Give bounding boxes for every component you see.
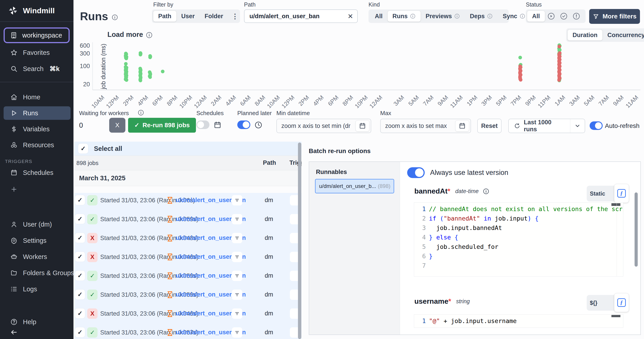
filter-by-path-button[interactable] [232,195,242,205]
kind-option-previews[interactable]: Previews [421,11,465,22]
row-checkbox[interactable]: ✓ [75,308,85,318]
more-filters-button[interactable]: More filters [589,9,640,24]
max-datetime-input[interactable]: zoom x axis to set max [380,119,471,133]
sidebar-item-settings[interactable]: Settings [4,234,70,247]
filter-by-path-button[interactable] [232,308,242,319]
success-run-dot[interactable] [139,53,142,57]
select-all-checkbox[interactable]: ✓ [78,144,88,154]
success-run-dot[interactable] [124,57,128,60]
sidebar-item-workers[interactable]: Workers [4,250,70,263]
failure-run-dot[interactable] [557,78,561,82]
row-checkbox[interactable]: ✓ [75,271,85,280]
static-mode-button[interactable]: Static [590,186,605,201]
run-row[interactable]: ✓✓Started 31/03, 23:06 (Ran in 0.057s)u/… [74,323,302,339]
auto-refresh-toggle[interactable] [590,121,603,130]
success-run-dot[interactable] [518,56,522,59]
success-run-dot[interactable] [148,75,152,79]
row-checkbox[interactable]: ✓ [75,233,85,243]
kind-option-sync[interactable]: Sync [498,11,530,22]
success-status-icon[interactable] [560,12,568,20]
planned-later-toggle[interactable] [237,121,250,129]
filter-by-option-folder[interactable]: Folder [200,11,228,22]
kind-option-runs[interactable]: Runs [388,11,421,22]
runs-count-dropdown-button[interactable] [570,119,585,133]
filter-by-path-button[interactable] [232,327,242,338]
run-row[interactable]: ✓✓Started 31/03, 23:06 (Ran in 0.059s)u/… [74,285,302,304]
info-icon[interactable] [112,14,118,21]
row-checkbox[interactable]: ✓ [75,289,85,299]
username-code-editor[interactable]: 1"@" + job.input.username [414,314,623,328]
sidebar-item-home[interactable]: Home [4,90,70,104]
clear-path-icon[interactable]: ✕ [348,12,353,20]
workspace-selector[interactable]: workingspace [4,28,70,43]
success-run-dot[interactable] [148,56,152,59]
bannedat-code-editor[interactable]: 1// bannedAt does not exist on all versi… [414,202,623,276]
success-run-dot[interactable] [161,70,164,73]
latest-version-toggle[interactable] [407,167,425,178]
path-filter-input[interactable]: u/dm/alert_on_user_ban ✕ [244,10,358,23]
chart-tab-concurrency[interactable]: Concurrency [602,30,644,41]
template-mode-button[interactable]: ${} [590,295,597,311]
sidebar-item-resources[interactable]: Resources [4,138,70,152]
failure-run-dot[interactable] [519,78,522,82]
rerun-jobs-button[interactable]: ✓ Re-run 898 jobs [128,118,196,133]
run-row[interactable]: ✓✓Started 31/03, 23:06 (Ran in 0.059s)u/… [74,266,302,285]
add-trigger-button[interactable] [4,183,70,196]
status-option-all[interactable]: All [527,11,545,22]
filter-by-path-button[interactable] [232,289,242,300]
editor-scrollbar[interactable] [612,315,620,317]
success-run-dot[interactable] [139,79,142,82]
failure-run-dot[interactable] [558,45,561,48]
run-row[interactable]: ✓✓Started 31/03, 23:06 (Ran in 0.06s)u/d… [74,191,302,209]
sidebar-item-search[interactable]: Search⌘k [4,62,70,76]
max-datetime-calendar-button[interactable] [455,120,469,132]
failure-status-icon[interactable] [572,12,580,20]
sidebar-item-variables[interactable]: Variables [4,122,70,136]
javascript-mode-button[interactable]: ƒ [614,293,629,312]
min-datetime-input[interactable]: zoom x axis to set min (dr [276,119,371,133]
runs-count-refresh-button[interactable]: Last 1000 runs [509,119,570,133]
info-icon[interactable] [483,188,490,195]
min-datetime-calendar-button[interactable] [356,120,370,132]
row-checkbox[interactable]: ✓ [75,327,85,337]
kind-pill-cut [290,252,299,262]
info-icon[interactable] [146,32,153,39]
filter-by-path-button[interactable] [232,214,242,224]
filter-by-more-icon[interactable]: ⋮ [228,12,242,20]
schedules-toggle[interactable] [196,121,210,129]
row-checkbox[interactable]: ✓ [75,252,85,262]
filter-by-option-path[interactable]: Path [153,11,176,22]
list-scrollbar[interactable] [298,143,301,339]
running-status-icon[interactable] [547,12,555,20]
sidebar-item-schedules[interactable]: Schedules [4,166,70,179]
sidebar-item-user-dm[interactable]: User (dm) [4,218,70,231]
run-row[interactable]: ✓XStarted 31/03, 23:06 (Ran in 0.048s)u/… [74,228,302,247]
runnable-item[interactable]: u/dm/alert_on_user_b... (898) [315,179,394,193]
collapse-sidebar-button[interactable] [4,325,70,339]
kind-option-deps[interactable]: Deps [465,11,498,22]
app-logo-row[interactable]: Windmill [0,3,74,18]
panel-scrollbar[interactable] [634,192,638,267]
sidebar-item-logs[interactable]: Logs [4,282,70,296]
filter-by-option-user[interactable]: User [176,11,200,22]
run-row[interactable]: ✓XStarted 31/03, 23:06 (Ran in 0.046s)u/… [74,304,302,323]
filter-by-path-button[interactable] [232,252,242,262]
select-all-row[interactable]: ✓ Select all [74,142,302,156]
row-checkbox[interactable]: ✓ [75,214,85,224]
success-run-dot[interactable] [125,78,128,82]
sidebar-item-favorites[interactable]: Favorites [4,46,70,59]
filter-by-path-button[interactable] [232,271,242,281]
chart-tab-duration[interactable]: Duration [568,30,602,41]
info-icon[interactable] [138,109,144,116]
cancel-selection-button[interactable]: X [109,118,126,133]
load-more-button[interactable]: Load more [108,31,143,39]
sidebar-item-folders-groups[interactable]: Folders & Groups... [4,266,70,280]
javascript-mode-button[interactable]: ƒ [614,184,629,203]
reset-button[interactable]: Reset [477,119,502,133]
run-row[interactable]: ✓✓Started 31/03, 23:06 (Ran in 0.059s)u/… [74,209,302,228]
run-row[interactable]: ✓XStarted 31/03, 23:06 (Ran in 0.046s)u/… [74,247,302,266]
filter-by-path-button[interactable] [232,233,242,243]
sidebar-item-runs[interactable]: Runs [4,106,70,120]
kind-option-all[interactable]: All [370,11,388,22]
row-checkbox[interactable]: ✓ [75,195,85,205]
